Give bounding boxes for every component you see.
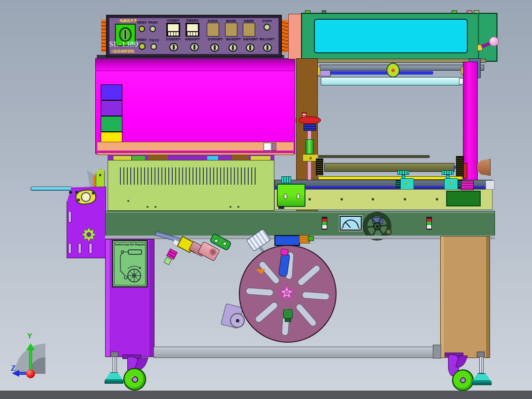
sprocket-gear bbox=[80, 226, 97, 243]
machine-body-cover[interactable] bbox=[95, 58, 295, 154]
bed-hole bbox=[436, 198, 438, 200]
hood-tab bbox=[467, 10, 472, 13]
adjust-cone-knob[interactable] bbox=[477, 159, 491, 176]
body-cover-seam bbox=[95, 70, 295, 71]
reel-slot bbox=[295, 302, 318, 327]
bed-hole bbox=[404, 198, 406, 200]
film-guide-rod[interactable] bbox=[320, 71, 433, 75]
right-leg-panel[interactable] bbox=[440, 236, 490, 358]
reel-tab bbox=[308, 236, 314, 241]
pressure-gauge[interactable] bbox=[340, 216, 362, 231]
leveling-foot[interactable] bbox=[105, 372, 123, 384]
keyhole bbox=[284, 194, 287, 199]
guide-wheel[interactable] bbox=[230, 313, 245, 328]
panel-screw bbox=[237, 206, 239, 208]
panel-plate bbox=[225, 23, 237, 37]
box-tab bbox=[278, 206, 284, 209]
film-guide-disc[interactable] bbox=[386, 63, 400, 78]
tensioner-handwheel[interactable] bbox=[299, 117, 321, 124]
drive-roller[interactable] bbox=[324, 163, 455, 172]
hood-tab bbox=[305, 10, 310, 13]
handwheel-hub bbox=[373, 222, 381, 230]
temperature-controller[interactable] bbox=[186, 23, 199, 37]
reel-lock-cap bbox=[285, 318, 291, 322]
gearbox[interactable] bbox=[446, 191, 481, 206]
panel-serration-left bbox=[101, 20, 106, 52]
indicator-light bbox=[139, 26, 145, 32]
foot-stem bbox=[113, 357, 117, 373]
rotary-knob[interactable] bbox=[210, 43, 219, 52]
keyhole bbox=[297, 194, 300, 199]
model-subtitle: L型自动封切机 bbox=[112, 49, 156, 53]
power-knob-handle bbox=[124, 29, 127, 40]
caster-hub bbox=[460, 377, 466, 383]
frame-end-block bbox=[433, 345, 441, 359]
rail-end-cap bbox=[486, 180, 494, 190]
reel-hub-star[interactable] bbox=[278, 284, 295, 301]
panel-plate bbox=[207, 23, 219, 37]
thumb-screw[interactable] bbox=[397, 170, 409, 175]
reel-roller-cap bbox=[280, 248, 289, 256]
reel-slot bbox=[302, 291, 330, 300]
leveling-foot[interactable] bbox=[472, 373, 492, 385]
gear-guard bbox=[463, 163, 467, 179]
electrical-box-knob[interactable] bbox=[281, 176, 291, 183]
level-indicator bbox=[426, 217, 432, 230]
controller-screen bbox=[187, 24, 198, 31]
hood-window[interactable] bbox=[314, 19, 468, 53]
chassis-segment bbox=[207, 156, 218, 160]
temperature-controller[interactable] bbox=[166, 23, 180, 37]
controller-buttons[interactable] bbox=[187, 32, 198, 36]
panel-screw bbox=[147, 206, 149, 208]
axis-y-arrowhead-icon bbox=[26, 343, 35, 350]
bolt bbox=[69, 190, 73, 195]
indicator-light bbox=[151, 43, 157, 50]
rail-clamp[interactable]: ✦ bbox=[400, 178, 414, 190]
rotary-knob[interactable] bbox=[169, 43, 178, 51]
rotary-knob[interactable] bbox=[246, 43, 255, 52]
handwheel-grip[interactable] bbox=[385, 229, 392, 235]
chassis-segment bbox=[251, 156, 270, 160]
reel-lock-knob[interactable] bbox=[283, 309, 293, 319]
guide-rail bbox=[318, 176, 462, 180]
hood-ball-handle[interactable] bbox=[489, 37, 499, 46]
hood-tab bbox=[322, 10, 326, 13]
color-swatch-blue bbox=[101, 84, 122, 100]
film-diagram-plate: Sealed wrap film Diagram bbox=[112, 240, 148, 287]
cad-viewport[interactable]: Y Z 电源总开关 SL-1380 L型自动封切机 电源指示 加热指示 收缩指示… bbox=[0, 0, 532, 399]
film-roller-rubber[interactable] bbox=[321, 77, 461, 85]
panel-screw bbox=[154, 206, 156, 208]
electrical-box[interactable] bbox=[277, 184, 305, 207]
auto-light-label: 自动启动 bbox=[258, 20, 276, 23]
main-table-beam[interactable] bbox=[105, 211, 495, 236]
foot-stem bbox=[479, 357, 484, 373]
knurled-collar bbox=[461, 181, 474, 190]
hood-corner-post bbox=[478, 13, 479, 62]
plate-slot bbox=[89, 243, 92, 254]
film-support-rod[interactable] bbox=[31, 187, 72, 191]
drive-gear bbox=[316, 159, 323, 175]
rail-clamp[interactable]: ✦ bbox=[444, 178, 458, 190]
film-roller-steel[interactable] bbox=[320, 65, 484, 71]
hood-tab bbox=[452, 10, 457, 13]
color-swatch-purple bbox=[101, 100, 122, 116]
panel-screw bbox=[127, 200, 129, 202]
thumb-screw[interactable] bbox=[442, 170, 454, 175]
level-indicator bbox=[322, 217, 327, 230]
bed-hole bbox=[341, 198, 343, 200]
reel-slot bbox=[296, 264, 321, 287]
viewport-bottom-band bbox=[0, 391, 532, 399]
vent-slots bbox=[117, 167, 258, 185]
rotary-knob[interactable] bbox=[190, 43, 199, 51]
bearing-bolt bbox=[92, 192, 95, 195]
bed-hole bbox=[372, 198, 374, 200]
rotary-knob[interactable] bbox=[228, 43, 237, 52]
knob-label: 输送速度调节 bbox=[224, 38, 243, 42]
knob-label: 整机点动调节 bbox=[258, 38, 276, 42]
reel-mount-box bbox=[274, 235, 300, 246]
plate-slot bbox=[68, 243, 72, 254]
controller-buttons[interactable] bbox=[168, 32, 179, 36]
film-routing-diagram bbox=[114, 246, 147, 286]
knurled-knob[interactable] bbox=[396, 180, 400, 188]
rotary-knob[interactable] bbox=[263, 43, 272, 52]
